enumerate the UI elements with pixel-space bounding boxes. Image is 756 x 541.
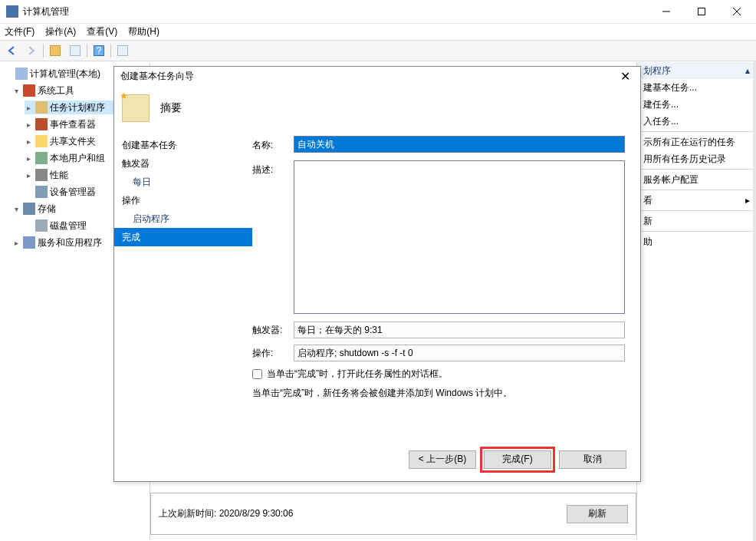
disk-icon (35, 219, 48, 232)
toolbar-icon-1[interactable] (47, 42, 64, 59)
expand-icon[interactable]: ▸ (12, 239, 21, 247)
tree-device-manager[interactable]: 设备管理器 (50, 186, 96, 199)
separator (637, 231, 756, 232)
expand-icon[interactable]: ▾ (12, 205, 21, 213)
folder-icon (35, 135, 48, 147)
action-create-basic-task[interactable]: 建基本任务... (637, 79, 756, 96)
step-trigger[interactable]: 触发器 (114, 154, 252, 173)
expand-icon[interactable]: ▾ (12, 87, 21, 95)
wizard-form: 名称: 描述: 触发器: 操作: 当单击“完成”时，打开此任务属性的对话框。 当… (252, 131, 640, 438)
menu-help[interactable]: 帮助(H) (128, 25, 159, 38)
action-value (294, 345, 625, 361)
action-help[interactable]: 助 (637, 233, 756, 250)
tree-task-scheduler[interactable]: 任务计划程序 (50, 101, 105, 114)
toolbar-icon-2[interactable] (67, 42, 84, 59)
back-button[interactable] (3, 42, 20, 59)
menu-view[interactable]: 查看(V) (87, 25, 117, 38)
step-start-program[interactable]: 启动程序 (114, 209, 252, 228)
tree-root[interactable]: 计算机管理(本地) (30, 68, 100, 81)
finish-button[interactable]: 完成(F) (484, 450, 551, 469)
checkbox-label: 当单击“完成”时，打开此任务属性的对话框。 (267, 368, 448, 381)
menu-action[interactable]: 操作(A) (45, 25, 76, 38)
step-action[interactable]: 操作 (114, 191, 252, 209)
maximize-button[interactable] (684, 0, 719, 23)
dialog-header: 摘要 (114, 85, 640, 131)
info-text: 当单击“完成”时，新任务将会被创建并添加到 Windows 计划中。 (252, 387, 625, 400)
users-icon (35, 152, 48, 164)
dialog-title: 创建基本任务向导 (120, 70, 194, 83)
tree-performance[interactable]: 性能 (50, 169, 68, 182)
separator (637, 131, 756, 132)
action-view[interactable]: 看▸ (637, 192, 756, 209)
trigger-label: 触发器: (252, 324, 294, 337)
perf-icon (35, 169, 48, 181)
dialog-titlebar: 创建基本任务向导 ✕ (114, 67, 640, 85)
caret-up-icon[interactable]: ▴ (745, 65, 750, 76)
tree-local-users[interactable]: 本地用户和组 (50, 152, 105, 165)
desc-textarea[interactable] (294, 160, 625, 314)
actions-header: 划程序▴ (637, 62, 756, 79)
clock-icon (35, 101, 48, 114)
dialog-footer: < 上一步(B) 完成(F) 取消 (114, 438, 640, 480)
action-import-task[interactable]: 入任务... (637, 113, 756, 130)
separator (637, 169, 756, 170)
last-refresh-label: 上次刷新时间: 2020/8/29 9:30:06 (159, 507, 293, 520)
dialog-close-button[interactable]: ✕ (616, 67, 634, 85)
toolbar: ? (0, 40, 756, 61)
tree-event-viewer[interactable]: 事件查看器 (50, 118, 96, 131)
tree-storage[interactable]: 存储 (38, 203, 56, 216)
tree-services-apps[interactable]: 服务和应用程序 (38, 236, 102, 249)
desc-label: 描述: (252, 160, 294, 176)
wizard-dialog: 创建基本任务向导 ✕ 摘要 创建基本任务 触发器 每日 操作 启动程序 完成 名… (113, 66, 641, 482)
minimize-button[interactable] (649, 0, 684, 23)
dialog-heading: 摘要 (160, 101, 182, 115)
menu-file[interactable]: 文件(F) (5, 25, 35, 38)
toolbar-icon-3[interactable] (114, 42, 131, 59)
close-button[interactable] (719, 0, 754, 23)
name-input[interactable] (294, 136, 625, 153)
action-create-task[interactable]: 建任务... (637, 96, 756, 113)
trigger-value (294, 322, 625, 338)
step-finish[interactable]: 完成 (114, 228, 252, 246)
services-icon (23, 236, 35, 249)
storage-icon (23, 203, 35, 215)
wizard-icon (122, 94, 150, 122)
app-icon (6, 5, 18, 18)
action-label: 操作: (252, 347, 294, 360)
action-at-account[interactable]: 服务帐户配置 (637, 171, 756, 188)
expand-icon[interactable]: ▸ (25, 120, 33, 129)
name-label: 名称: (252, 136, 294, 152)
status-box: 上次刷新时间: 2020/8/29 9:30:06 刷新 (150, 493, 636, 535)
forward-button[interactable] (23, 42, 40, 59)
expand-icon[interactable] (5, 70, 13, 78)
action-show-running[interactable]: 示所有正在运行的任务 (637, 134, 756, 150)
action-refresh[interactable]: 新 (637, 213, 756, 229)
step-daily[interactable]: 每日 (114, 173, 252, 191)
tree-shared-folders[interactable]: 共享文件夹 (50, 135, 96, 148)
help-icon[interactable]: ? (90, 42, 107, 59)
svg-rect-1 (698, 8, 705, 15)
tree-disk-mgmt[interactable]: 磁盘管理 (50, 219, 87, 233)
scrollbar[interactable] (753, 61, 756, 541)
open-properties-checkbox[interactable] (252, 369, 262, 379)
separator (637, 190, 756, 190)
expand-icon[interactable]: ▸ (25, 154, 33, 163)
actions-pane: 划程序▴ 建基本任务... 建任务... 入任务... 示所有正在运行的任务 用… (636, 62, 756, 539)
expand-icon[interactable]: ▸ (25, 137, 33, 146)
expand-icon[interactable]: ▸ (25, 104, 33, 112)
cancel-button[interactable]: 取消 (559, 450, 626, 469)
device-icon (35, 186, 48, 198)
event-icon (35, 118, 48, 130)
action-enable-history[interactable]: 用所有任务历史记录 (637, 150, 756, 167)
window-title: 计算机管理 (23, 5, 649, 18)
wizard-steps: 创建基本任务 触发器 每日 操作 启动程序 完成 (114, 131, 252, 438)
back-button[interactable]: < 上一步(B) (409, 450, 476, 469)
separator (637, 210, 756, 211)
refresh-button[interactable]: 刷新 (567, 505, 628, 523)
expand-icon[interactable]: ▸ (25, 171, 33, 180)
tools-icon (23, 84, 35, 97)
step-create[interactable]: 创建基本任务 (114, 136, 252, 154)
tree-system-tools[interactable]: 系统工具 (38, 84, 74, 97)
computer-icon (15, 68, 28, 80)
menu-bar: 文件(F) 操作(A) 查看(V) 帮助(H) (0, 23, 756, 40)
